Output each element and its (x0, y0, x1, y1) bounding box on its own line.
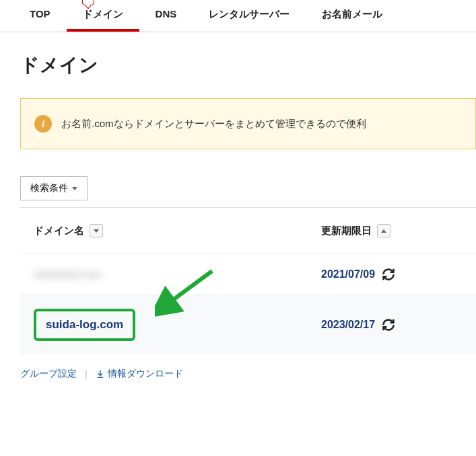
expiry-cell: 2023/02/17 (321, 318, 463, 332)
nav-mail[interactable]: お名前メール (306, 0, 399, 32)
info-banner-text: お名前.comならドメインとサーバーをまとめて管理できるので便利 (61, 118, 366, 130)
group-settings-link[interactable]: グループ設定 (20, 368, 77, 380)
info-banner: i お名前.comならドメインとサーバーをまとめて管理できるので便利 (20, 98, 476, 149)
table-row: xxxxxxxxx.xxx 2021/07/09 (20, 254, 476, 295)
download-info-link[interactable]: 情報ダウンロード (96, 368, 183, 380)
reload-icon[interactable] (382, 268, 395, 281)
column-header-expiry-label: 更新期限日 (321, 225, 372, 237)
column-header-domain-label: ドメイン名 (34, 225, 84, 237)
sort-domain-button[interactable] (90, 224, 103, 237)
caret-down-icon (94, 229, 99, 233)
expiry-date: 2021/07/09 (321, 268, 375, 280)
caret-down-icon (72, 187, 77, 190)
expiry-date: 2023/02/17 (321, 319, 375, 331)
column-header-domain: ドメイン名 (34, 224, 321, 237)
sort-expiry-button[interactable] (377, 224, 390, 237)
domain-cell: suida-log.com (34, 309, 321, 341)
search-filter-button[interactable]: 検索条件 (20, 176, 88, 200)
column-header-expiry: 更新期限日 (321, 224, 463, 237)
main-nav: TOP ドメイン DNS レンタルサーバー お名前メール (0, 0, 476, 32)
nav-rental-server[interactable]: レンタルサーバー (193, 0, 306, 32)
separator: | (85, 369, 88, 379)
domain-cell: xxxxxxxxx.xxx (34, 268, 321, 280)
table-row: suida-log.com 2023/02/17 (20, 295, 476, 354)
info-icon: i (34, 115, 52, 132)
expiry-cell: 2021/07/09 (321, 268, 463, 281)
nav-dns[interactable]: DNS (139, 0, 193, 32)
domain-link[interactable]: xxxxxxxxx.xxx (34, 268, 101, 280)
search-filter-label: 検索条件 (30, 182, 68, 194)
nav-top[interactable]: TOP (13, 0, 67, 32)
reload-icon[interactable] (382, 318, 395, 332)
caret-up-icon (381, 229, 386, 233)
table-header: ドメイン名 更新期限日 (20, 208, 476, 254)
download-info-label: 情報ダウンロード (108, 368, 183, 380)
highlight-annotation: suida-log.com (34, 309, 135, 341)
domain-link[interactable]: suida-log.com (46, 318, 123, 331)
download-icon (96, 369, 105, 379)
domain-table: ドメイン名 更新期限日 xxxxxxxxx.xxx 2021/07/09 sui… (20, 207, 476, 354)
footer-links: グループ設定 | 情報ダウンロード (20, 368, 456, 380)
page-title: ドメイン (0, 32, 476, 91)
nav-domain[interactable]: ドメイン (67, 0, 139, 32)
